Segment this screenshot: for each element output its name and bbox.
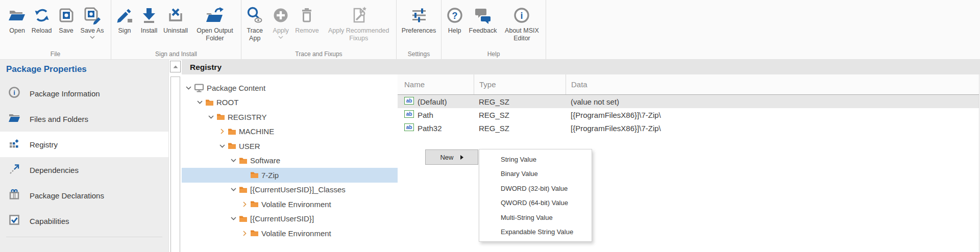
button-label: Feedback (469, 27, 497, 35)
sidebar-item-dependencies[interactable]: Dependencies (0, 157, 168, 183)
button-label: Uninstall (163, 27, 188, 35)
chevron-down-icon[interactable] (185, 86, 192, 90)
tree-item-package-content[interactable]: Package Content (182, 81, 398, 95)
open-button[interactable]: Open (6, 4, 29, 35)
page-title: Registry (190, 63, 222, 72)
reload-button[interactable]: Reload (30, 4, 54, 35)
apply-button[interactable]: Apply (269, 4, 292, 39)
sidebar-item-capabilities[interactable]: Capabilities (0, 208, 168, 234)
value-type: REG_SZ (474, 97, 566, 106)
uninstall-button[interactable]: Uninstall (162, 4, 189, 35)
table-header-row: Name Type Data (398, 74, 979, 95)
tree-item-root[interactable]: ROOT (182, 95, 398, 110)
scrollbar-thumb[interactable] (170, 77, 180, 252)
sign-button[interactable]: Sign (113, 4, 136, 35)
ribbon-group-label: Help (442, 51, 546, 58)
trace-app-button[interactable]: Trace App (241, 4, 268, 42)
button-label: Trace App (243, 27, 266, 42)
menu-item-binary-value[interactable]: Binary Value (479, 167, 592, 182)
menu-item-expandable-string-value[interactable]: Expandable String Value (479, 225, 592, 240)
tree-item-volatile-environment[interactable]: Volatile Environment (182, 197, 398, 212)
column-header-data[interactable]: Data (566, 74, 979, 94)
button-label: Open Output Folder (192, 27, 238, 42)
sidebar-scrollbar[interactable] (168, 60, 182, 252)
dropdown-chevron-icon[interactable] (90, 36, 95, 39)
sidebar-item-package-information[interactable]: i Package Information (0, 81, 168, 106)
trash-icon (298, 4, 315, 27)
about-msix-editor-button[interactable]: i About MSIX Editor (499, 4, 544, 42)
table-row-path32[interactable]: ab Path32 REG_SZ [{ProgramFilesX86}]\7-Z… (398, 121, 979, 135)
ribbon-group-file: Open Reload Save Save As (0, 0, 111, 59)
sidebar-item-files-and-folders[interactable]: Files and Folders (0, 106, 168, 132)
reload-icon (33, 4, 51, 27)
folder-icon (250, 171, 259, 179)
folder-icon (250, 230, 259, 237)
folder-icon (216, 113, 225, 120)
save-button[interactable]: Save (55, 4, 78, 35)
tree-item-currentusersid[interactable]: [{CurrentUserSID}] (182, 212, 398, 226)
chevron-down-icon[interactable] (196, 100, 204, 104)
ribbon-group-trace-and-fixups: Trace App Apply Remove (241, 0, 397, 59)
open-folder-icon (8, 4, 27, 27)
scrollbar-up-arrow[interactable] (170, 61, 181, 72)
chevron-right-icon[interactable] (241, 201, 249, 207)
menu-item-dword-value[interactable]: DWORD (32-bit) Value (479, 181, 592, 196)
download-arrow-icon (140, 4, 158, 27)
tree-item-software[interactable]: Software (182, 154, 398, 168)
menu-item-qword-value[interactable]: QWORD (64-bit) Value (479, 196, 592, 211)
save-as-icon (83, 4, 102, 27)
button-label: Apply Recommended Fixups (323, 27, 395, 42)
preferences-button[interactable]: Preferences (400, 4, 437, 35)
content-header: Registry (182, 60, 980, 74)
tree-item-volatile-environment[interactable]: Volatile Environment (182, 226, 398, 241)
column-header-name[interactable]: Name (398, 74, 474, 94)
sidebar-item-label: Package Information (30, 89, 100, 98)
remove-button[interactable]: Remove (293, 4, 321, 35)
string-value-icon: ab (404, 123, 414, 133)
table-row-path[interactable]: ab Path REG_SZ [{ProgramFilesX86}]\7-Zip… (398, 108, 979, 121)
value-data: [{ProgramFilesX86}]\7-Zip\ (566, 124, 979, 133)
feedback-button[interactable]: Feedback (468, 4, 499, 35)
submenu-arrow-icon (460, 154, 463, 161)
menu-item-string-value[interactable]: String Value (479, 152, 592, 167)
open-output-folder-button[interactable]: Open Output Folder (190, 4, 239, 42)
tree-item-label: [{CurrentUserSID}]_Classes (250, 185, 346, 194)
tree-item-label: Package Content (207, 84, 265, 92)
context-menu-new-item[interactable]: New (425, 149, 478, 165)
install-button[interactable]: Install (137, 4, 161, 35)
apply-recommended-fixups-button[interactable]: Apply Recommended Fixups (322, 4, 396, 42)
sidebar-item-label: Capabilities (30, 217, 69, 225)
button-label: Sign (118, 27, 131, 35)
save-as-button[interactable]: Save As (79, 4, 106, 39)
ribbon-group-help: ? Help Feedback i About MSIX Editor Help (442, 0, 546, 59)
dropdown-chevron-icon[interactable] (278, 36, 283, 39)
tree-item-user[interactable]: USER (182, 139, 398, 154)
table-row-default[interactable]: ab (Default) REG_SZ (value not set) (398, 95, 979, 108)
chevron-down-icon[interactable] (230, 217, 237, 220)
sidebar-item-registry[interactable]: Registry (0, 132, 168, 157)
registry-tiles-icon (8, 137, 20, 152)
chevron-down-icon[interactable] (230, 188, 237, 191)
chevron-down-icon[interactable] (207, 115, 215, 119)
chevron-down-icon[interactable] (230, 159, 237, 162)
menu-item-multi-string-value[interactable]: Multi-String Value (479, 210, 592, 225)
tree-item-registry[interactable]: REGISTRY (182, 110, 398, 124)
folder-icon (228, 128, 236, 135)
ribbon-empty-area (546, 0, 980, 59)
column-header-type[interactable]: Type (474, 74, 566, 94)
svg-text:ab: ab (406, 111, 412, 117)
tree-item-7zip[interactable]: 7-Zip (182, 168, 398, 183)
uninstall-x-icon (167, 4, 184, 27)
help-button[interactable]: ? Help (443, 4, 467, 35)
folder-icon (205, 99, 214, 106)
chevron-right-icon[interactable] (241, 231, 249, 236)
tree-item-label: ROOT (216, 98, 238, 107)
info-icon: i (8, 86, 20, 100)
sidebar-item-label: Registry (30, 140, 58, 149)
open-output-folder-icon (205, 4, 225, 27)
chevron-down-icon[interactable] (218, 144, 226, 148)
tree-item-machine[interactable]: MACHINE (182, 124, 398, 139)
chevron-right-icon[interactable] (218, 129, 226, 134)
tree-item-currentusersid-classes[interactable]: [{CurrentUserSID}]_Classes (182, 183, 398, 197)
sidebar-item-package-declarations[interactable]: Package Declarations (0, 183, 168, 208)
